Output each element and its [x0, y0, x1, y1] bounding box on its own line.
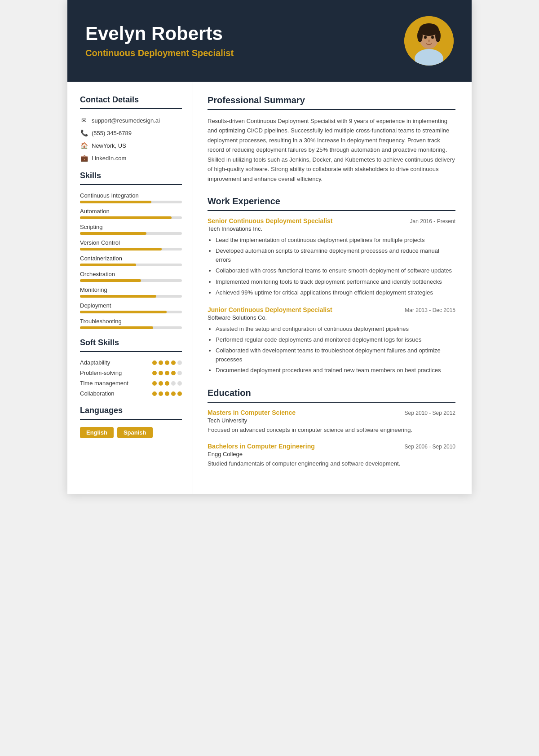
contact-icon: ✉: [80, 116, 88, 124]
dot-group: [152, 371, 182, 375]
body: Contact Details ✉support@resumedesign.ai…: [67, 82, 472, 494]
skill-item: Continuous Integration: [80, 192, 182, 203]
empty-dot: [177, 371, 182, 375]
skill-item: Monitoring: [80, 286, 182, 298]
skills-section: Skills Continuous Integration Automation…: [80, 171, 182, 329]
work-experience-divider: [208, 210, 455, 211]
soft-skills-divider: [80, 351, 182, 352]
contact-text: support@resumedesign.ai: [92, 117, 160, 124]
svg-point-4: [417, 30, 423, 42]
skill-item: Scripting: [80, 224, 182, 235]
edu-date: Sep 2006 - Sep 2010: [405, 444, 455, 450]
soft-skill-row: Collaboration: [80, 390, 182, 397]
edu-header: Masters in Computer Science Sep 2010 - S…: [208, 409, 455, 416]
edu-block: Bachelors in Computer Engineering Sep 20…: [208, 443, 455, 468]
education-title: Education: [208, 388, 455, 398]
language-tag: Spanish: [117, 427, 153, 438]
job-company: Software Solutions Co.: [208, 314, 455, 321]
empty-dot: [177, 381, 182, 386]
contact-text: LinkedIn.com: [92, 155, 126, 162]
language-tag: English: [80, 427, 114, 438]
soft-skill-row: Adaptability: [80, 359, 182, 366]
skill-name: Orchestration: [80, 271, 182, 277]
left-column: Contact Details ✉support@resumedesign.ai…: [67, 82, 193, 494]
summary-divider: [208, 109, 455, 110]
avatar: [404, 16, 454, 66]
filled-dot: [177, 391, 182, 396]
skill-item: Orchestration: [80, 271, 182, 282]
filled-dot: [159, 360, 163, 365]
skill-item: Containerization: [80, 255, 182, 266]
job-bullet: Achieved 99% uptime for critical applica…: [216, 288, 455, 297]
contact-text: NewYork, US: [92, 142, 126, 149]
filled-dot: [152, 381, 157, 386]
edu-desc: Focused on advanced concepts in computer…: [208, 426, 455, 435]
filled-dot: [152, 360, 157, 365]
job-bullet: Documented deployment procedures and tra…: [216, 366, 455, 375]
filled-dot: [159, 391, 163, 396]
header-left: Evelyn Roberts Continuous Deployment Spe…: [85, 23, 234, 58]
edu-school: Tech University: [208, 417, 455, 424]
languages-divider: [80, 419, 182, 420]
contact-text: (555) 345-6789: [92, 130, 132, 136]
languages-title: Languages: [80, 406, 182, 415]
edu-desc: Studied fundamentals of computer enginee…: [208, 459, 455, 468]
dot-group: [152, 381, 182, 386]
edu-date: Sep 2010 - Sep 2012: [405, 410, 455, 416]
work-experience-section: Work Experience Senior Continuous Deploy…: [208, 196, 455, 375]
job-bullet: Performed regular code deployments and m…: [216, 335, 455, 344]
skill-items: Continuous Integration Automation Script…: [80, 192, 182, 329]
skill-bar-fill: [80, 216, 172, 219]
job-bullet: Implemented monitoring tools to track de…: [216, 277, 455, 286]
dot-group: [152, 360, 182, 365]
soft-skill-row: Problem-solving: [80, 369, 182, 376]
job-bullets: Assisted in the setup and configuration …: [208, 325, 455, 375]
soft-skill-items: Adaptability Problem-solving Time manage…: [80, 359, 182, 397]
job-block: Senior Continuous Deployment Specialist …: [208, 217, 455, 297]
soft-skill-name: Adaptability: [80, 359, 149, 366]
empty-dot: [177, 360, 182, 365]
filled-dot: [165, 371, 169, 375]
candidate-title: Continuous Deployment Specialist: [85, 48, 234, 58]
skill-bar: [80, 248, 182, 251]
education-divider: [208, 402, 455, 403]
filled-dot: [171, 371, 176, 375]
skill-name: Deployment: [80, 302, 182, 309]
job-title: Senior Continuous Deployment Specialist: [208, 217, 332, 224]
job-bullet: Collaborated with development teams to t…: [216, 346, 455, 364]
education-section: Education Masters in Computer Science Se…: [208, 388, 455, 468]
summary-text: Results-driven Continuous Deployment Spe…: [208, 116, 455, 184]
skill-item: Troubleshooting: [80, 318, 182, 329]
summary-title: Professional Summary: [208, 95, 455, 105]
soft-skill-row: Time management: [80, 380, 182, 387]
job-block: Junior Continuous Deployment Specialist …: [208, 306, 455, 375]
contact-divider: [80, 108, 182, 109]
skill-name: Continuous Integration: [80, 192, 182, 199]
edu-items: Masters in Computer Science Sep 2010 - S…: [208, 409, 455, 468]
language-tags: EnglishSpanish: [80, 427, 182, 438]
contact-item: 🏠NewYork, US: [80, 141, 182, 149]
filled-dot: [165, 391, 169, 396]
job-bullet: Assisted in the setup and configuration …: [216, 325, 455, 334]
edu-header: Bachelors in Computer Engineering Sep 20…: [208, 443, 455, 450]
skill-bar-fill: [80, 248, 162, 251]
candidate-name: Evelyn Roberts: [85, 23, 234, 44]
contact-icon: 📞: [80, 129, 88, 137]
skill-name: Troubleshooting: [80, 318, 182, 325]
job-bullets: Lead the implementation of continuous de…: [208, 236, 455, 297]
resume-wrapper: Evelyn Roberts Continuous Deployment Spe…: [67, 0, 472, 494]
skill-name: Containerization: [80, 255, 182, 262]
edu-block: Masters in Computer Science Sep 2010 - S…: [208, 409, 455, 435]
job-bullet: Lead the implementation of continuous de…: [216, 236, 455, 245]
job-title: Junior Continuous Deployment Specialist: [208, 306, 332, 313]
skill-bar-fill: [80, 326, 153, 329]
skill-item: Deployment: [80, 302, 182, 313]
contact-item: 📞(555) 345-6789: [80, 129, 182, 137]
skill-bar-fill: [80, 311, 167, 313]
contact-item: 💼LinkedIn.com: [80, 154, 182, 162]
job-bullet: Collaborated with cross-functional teams…: [216, 266, 455, 275]
skill-bar: [80, 216, 182, 219]
skill-bar-fill: [80, 264, 136, 266]
filled-dot: [159, 381, 163, 386]
filled-dot: [165, 381, 169, 386]
